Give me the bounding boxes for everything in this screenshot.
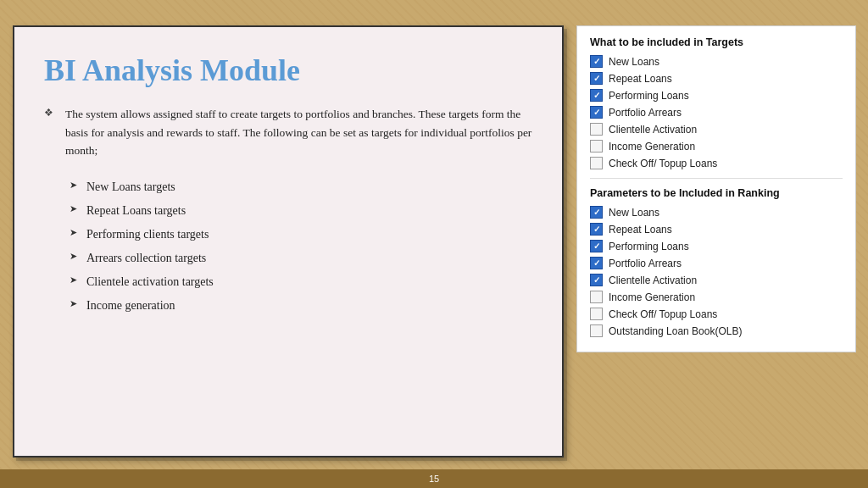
checkbox-label: Portfolio Arrears: [609, 107, 682, 119]
checked-checkbox[interactable]: [590, 257, 603, 269]
slide-number: 15: [429, 474, 439, 484]
checked-checkbox[interactable]: [590, 223, 603, 236]
right-panel: What to be included in Targets New Loans…: [576, 25, 856, 352]
unchecked-checkbox[interactable]: [590, 324, 603, 337]
checkbox-item[interactable]: Outstanding Loan Book(OLB): [590, 324, 843, 337]
list-item: Arrears collection targets: [70, 247, 532, 270]
checkbox-item[interactable]: Performing Loans: [590, 240, 843, 252]
checkbox-item[interactable]: Income Generation: [590, 140, 843, 152]
checkbox-label: New Loans: [609, 56, 659, 68]
list-item: New Loans targets: [70, 175, 532, 199]
checkbox-label: Performing Loans: [609, 241, 689, 252]
checked-checkbox[interactable]: [590, 72, 603, 85]
checkbox-label: Income Generation: [609, 141, 695, 152]
checkbox-item[interactable]: Check Off/ Topup Loans: [590, 308, 843, 320]
checkbox-item[interactable]: Portfolio Arrears: [590, 257, 843, 269]
checkbox-label: New Loans: [609, 207, 659, 219]
checkbox-label: Check Off/ Topup Loans: [609, 308, 717, 320]
main-bullet-text: The system allows assigned staff to crea…: [44, 105, 532, 160]
unchecked-checkbox[interactable]: [590, 123, 603, 136]
checked-checkbox[interactable]: [590, 106, 603, 119]
checkbox-item[interactable]: Portfolio Arrears: [590, 106, 843, 119]
ranking-section-title: Parameters to be Included in Ranking: [590, 187, 843, 199]
checked-checkbox[interactable]: [590, 206, 603, 219]
checkbox-item[interactable]: Clientelle Activation: [590, 123, 843, 136]
checked-checkbox[interactable]: [590, 89, 603, 102]
unchecked-checkbox[interactable]: [590, 308, 603, 320]
list-item: Clientele activation targets: [70, 270, 532, 294]
slide-title: BI Analysis Module: [44, 53, 532, 88]
checked-checkbox[interactable]: [590, 55, 603, 68]
checkbox-item[interactable]: Clientelle Activation: [590, 274, 843, 286]
checkbox-item[interactable]: Repeat Loans: [590, 72, 843, 85]
slide-panel: BI Analysis Module The system allows ass…: [13, 25, 564, 458]
checkbox-label: Portfolio Arrears: [609, 258, 682, 269]
checkbox-item[interactable]: Income Generation: [590, 291, 843, 303]
ranking-list: New LoansRepeat LoansPerforming LoansPor…: [590, 206, 843, 337]
bottom-bar: 15: [0, 469, 868, 488]
unchecked-checkbox[interactable]: [590, 291, 603, 303]
checkbox-label: Repeat Loans: [609, 73, 672, 85]
checkbox-label: Outstanding Loan Book(OLB): [609, 325, 742, 337]
unchecked-checkbox[interactable]: [590, 157, 603, 169]
unchecked-checkbox[interactable]: [590, 140, 603, 152]
list-item: Income generation: [70, 294, 532, 318]
checkbox-item[interactable]: Performing Loans: [590, 89, 843, 102]
checkbox-item[interactable]: Check Off/ Topup Loans: [590, 157, 843, 169]
targets-list: New LoansRepeat LoansPerforming LoansPor…: [590, 55, 843, 169]
checked-checkbox[interactable]: [590, 240, 603, 252]
list-item: Repeat Loans targets: [70, 199, 532, 223]
targets-section-title: What to be included in Targets: [590, 36, 843, 48]
checked-checkbox[interactable]: [590, 274, 603, 286]
checkbox-item[interactable]: New Loans: [590, 206, 843, 219]
checkbox-label: Income Generation: [609, 291, 695, 303]
checkbox-label: Check Off/ Topup Loans: [609, 158, 717, 169]
list-item: Performing clients targets: [70, 223, 532, 247]
section-divider: [590, 178, 843, 179]
checkbox-label: Repeat Loans: [609, 224, 672, 236]
checkbox-item[interactable]: Repeat Loans: [590, 223, 843, 236]
checkbox-label: Clientelle Activation: [609, 124, 697, 136]
checkbox-label: Clientelle Activation: [609, 274, 697, 286]
sub-items-list: New Loans targets Repeat Loans targets P…: [44, 175, 532, 318]
checkbox-label: Performing Loans: [609, 90, 689, 102]
checkbox-item[interactable]: New Loans: [590, 55, 843, 68]
